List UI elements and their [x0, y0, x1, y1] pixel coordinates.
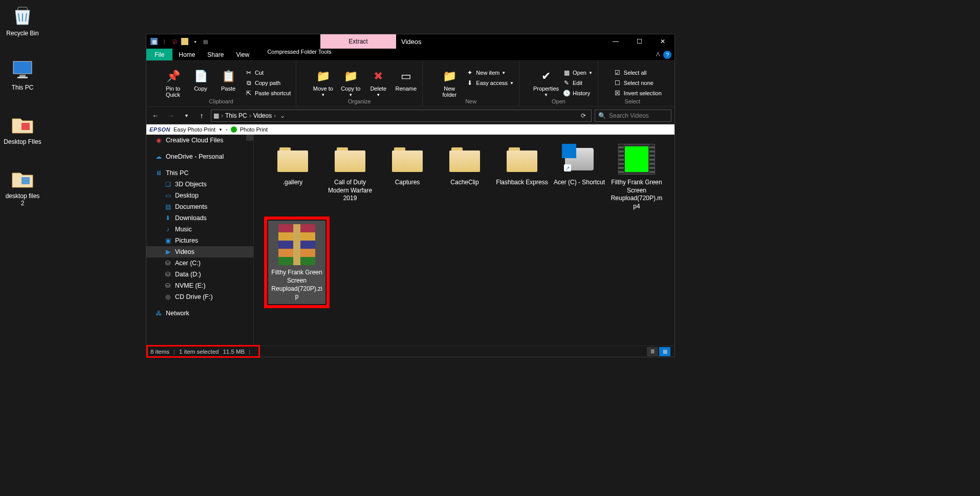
address-bar[interactable]: ▦ › This PC › Videos › ⌄ ⟳	[211, 110, 592, 122]
tab-file[interactable]: File	[146, 49, 172, 60]
desktop-icon: ▭	[164, 191, 172, 200]
ribbon-group-new: 📁New folder ✦New item ▼ ⬇Easy access ▼ N…	[423, 61, 519, 106]
copy-path-button[interactable]: ⧉Copy path	[243, 78, 293, 88]
move-to-button[interactable]: 📁Move to▼	[310, 67, 336, 97]
tree-this-pc[interactable]: 🖥This PC	[146, 167, 253, 179]
tab-compressed-folder-tools[interactable]: Compressed Folder Tools	[262, 49, 337, 55]
close-button[interactable]: ✕	[651, 34, 674, 49]
ribbon-group-select: ☑Select all ☐Select none ☒Invert selecti…	[598, 61, 667, 106]
explorer-icon: ▦	[150, 38, 158, 45]
tree-desktop[interactable]: ▭Desktop	[146, 190, 253, 201]
tree-3d-objects[interactable]: ❑3D Objects	[146, 179, 253, 190]
desktop-icon-desktop-files[interactable]: Desktop FIles	[3, 112, 42, 145]
open-icon: ▦	[562, 69, 571, 77]
new-item-button[interactable]: ✦New item ▼	[464, 68, 516, 77]
breadcrumb-videos[interactable]: Videos	[253, 112, 272, 119]
refresh-button[interactable]: ⟳	[578, 112, 589, 119]
tree-documents[interactable]: ▤Documents	[146, 201, 253, 212]
qat-overflow[interactable]: ▤	[202, 38, 209, 45]
open-button[interactable]: ▦Open ▼	[560, 68, 595, 77]
delete-button[interactable]: ✖Delete▼	[365, 67, 391, 97]
qat-dropdown-icon[interactable]: ▾	[191, 38, 199, 45]
recent-locations-button[interactable]: ▾	[180, 110, 192, 122]
tree-pictures[interactable]: ▣Pictures	[146, 235, 253, 246]
view-details-button[interactable]: ≣	[647, 347, 658, 356]
minimize-button[interactable]: —	[604, 34, 627, 49]
maximize-button[interactable]: ☐	[627, 34, 651, 49]
pin-to-quick-access-button[interactable]: 📌Pin to Quick access	[160, 67, 186, 98]
folder-gallery[interactable]: .gallery	[264, 140, 321, 213]
address-dropdown-icon[interactable]: ⌄	[278, 112, 287, 119]
tree-downloads[interactable]: ⬇Downloads	[146, 212, 253, 224]
select-all-icon: ☑	[614, 69, 622, 77]
cut-button[interactable]: ✂Cut	[243, 68, 293, 77]
tab-view[interactable]: View	[230, 49, 255, 60]
folder-icon	[277, 146, 308, 172]
file-list[interactable]: .gallery Call of Duty Modern Warfare 201…	[254, 135, 674, 346]
folder-captures[interactable]: Captures	[379, 140, 436, 213]
navigation-tree[interactable]: ◉Creative Cloud Files ☁OneDrive - Person…	[146, 135, 254, 346]
tree-data-d[interactable]: ⛁Data (D:)	[146, 269, 253, 280]
scrollbar-thumb[interactable]	[246, 135, 253, 141]
this-pc-icon: 🖥	[155, 169, 163, 177]
tree-network[interactable]: 🖧Network	[146, 308, 253, 319]
view-large-icons-button[interactable]: ▦	[659, 347, 670, 356]
tree-acer-c[interactable]: ⛁Acer (C:)	[146, 257, 253, 269]
rename-icon: ▭	[398, 68, 414, 84]
file-zip-selected[interactable]: Filthy Frank Green Screen Reupload(720P)…	[268, 221, 325, 304]
epson-brand: EPSON	[149, 126, 170, 133]
drive-icon: ⛁	[164, 270, 172, 278]
paste-button[interactable]: 📋Paste	[215, 67, 242, 92]
forward-button[interactable]: →	[165, 110, 177, 122]
copy-button[interactable]: 📄Copy	[187, 67, 214, 92]
file-video-mp4[interactable]: Filthy Frank Green Screen Reupload(720P)…	[608, 140, 665, 213]
folder-cod[interactable]: Call of Duty Modern Warfare 2019	[321, 140, 379, 213]
paste-shortcut-button[interactable]: ⇱Paste shortcut	[243, 89, 293, 98]
collapse-ribbon-icon[interactable]: ᐱ	[656, 51, 660, 58]
select-none-button[interactable]: ☐Select none	[612, 78, 664, 88]
shortcut-acer-c[interactable]: Acer (C) - Shortcut	[551, 140, 608, 213]
desktop-icon-label: desktop files 2	[3, 192, 42, 207]
easy-access-button[interactable]: ⬇Easy access ▼	[464, 78, 516, 88]
new-folder-button[interactable]: 📁New folder	[436, 67, 463, 98]
epson-easy-photo-print[interactable]: Easy Photo Print	[173, 126, 215, 133]
search-input[interactable]: 🔍 Search Videos	[595, 110, 671, 122]
properties-button[interactable]: ✔Properties▼	[533, 67, 559, 97]
up-button[interactable]: ↑	[195, 110, 208, 122]
select-all-button[interactable]: ☑Select all	[612, 68, 664, 77]
history-button[interactable]: 🕓History	[560, 89, 595, 98]
edit-button[interactable]: ✎Edit	[560, 78, 595, 88]
tab-home[interactable]: Home	[172, 49, 201, 60]
tree-cd-drive-f[interactable]: ◎CD Drive (F:)	[146, 291, 253, 303]
copy-to-button[interactable]: 📁Copy to▼	[337, 67, 364, 97]
rename-button[interactable]: ▭Rename	[393, 67, 419, 92]
breadcrumb-this-pc[interactable]: This PC	[225, 112, 247, 119]
invert-selection-button[interactable]: ☒Invert selection	[612, 89, 664, 98]
folder-flashback[interactable]: Flashback Express	[493, 140, 551, 213]
back-button[interactable]: ←	[149, 110, 162, 122]
desktop-icon-this-pc[interactable]: This PC	[3, 57, 42, 91]
documents-icon: ▤	[164, 203, 172, 211]
desktop-icon-desktop-files-2[interactable]: desktop files 2	[3, 166, 42, 207]
tree-creative-cloud[interactable]: ◉Creative Cloud Files	[146, 135, 253, 146]
folder-small-icon[interactable]	[181, 38, 188, 45]
checkbox-icon[interactable]: ☑	[171, 38, 178, 45]
drive-icon: ⛁	[164, 259, 172, 267]
tree-onedrive[interactable]: ☁OneDrive - Personal	[146, 151, 253, 162]
tree-videos[interactable]: ▶Videos	[146, 246, 253, 257]
tree-nvme-e[interactable]: ⛁NVME (E:)	[146, 280, 253, 291]
help-icon[interactable]: ?	[663, 51, 671, 59]
annotation-highlight: Filthy Frank Green Screen Reupload(720P)…	[264, 217, 330, 308]
group-label: Organize	[299, 98, 419, 105]
tree-music[interactable]: ♪Music	[146, 224, 253, 235]
desktop-icon-recycle-bin[interactable]: Recycle Bin	[3, 3, 42, 37]
easy-access-icon: ⬇	[466, 79, 474, 87]
ribbon-group-organize: 📁Move to▼ 📁Copy to▼ ✖Delete▼ ▭Rename Org…	[296, 61, 423, 106]
titlebar: ▦ | ☑ ▾ ▤ Extract Videos — ☐ ✕	[146, 34, 674, 49]
epson-photo-print[interactable]: Photo Print	[240, 126, 268, 133]
folder-icon	[507, 146, 537, 172]
tab-share[interactable]: Share	[201, 49, 230, 60]
folder-cacheclip[interactable]: CacheClip	[436, 140, 493, 213]
desktop-icon-label: Recycle Bin	[3, 30, 42, 37]
context-tab-extract[interactable]: Extract	[320, 34, 396, 49]
